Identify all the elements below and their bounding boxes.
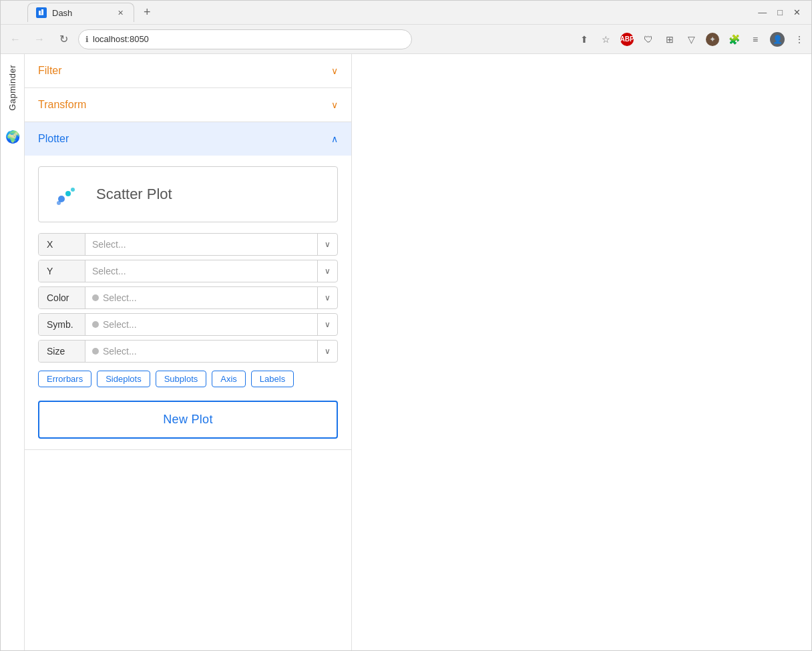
funnel-icon[interactable]: ▽ — [684, 33, 698, 46]
svg-rect-1 — [41, 9, 43, 15]
color-field-select[interactable]: Select... — [85, 287, 317, 308]
menu-icon[interactable]: ⋮ — [793, 33, 806, 46]
share-icon[interactable]: ⬆ — [578, 33, 591, 46]
page-content: Gapminder 🌍 Filter ∨ Transform ∨ — [1, 54, 811, 650]
symb-dot-icon — [92, 321, 99, 328]
url-display: localhost:8050 — [93, 34, 149, 44]
x-field-label: X — [39, 234, 85, 255]
filter-accordion: Filter ∨ — [25, 54, 351, 88]
color-dropdown-button[interactable]: ∨ — [317, 287, 337, 308]
maximize-button[interactable]: □ — [777, 7, 783, 17]
browser-window: Dash ✕ + — □ ✕ ← → ↻ ℹ localhost:8050 ⬆ … — [0, 0, 812, 651]
new-tab-button[interactable]: + — [137, 1, 158, 23]
sidebar-label: Gapminder — [5, 59, 20, 116]
tab-favicon — [36, 7, 47, 18]
errorbars-option[interactable]: Errorbars — [38, 371, 91, 387]
x-field-row: X Select... ∨ — [38, 233, 338, 256]
transform-accordion: Transform ∨ — [25, 88, 351, 122]
color-placeholder: Select... — [103, 292, 137, 303]
scatter-plot-card[interactable]: Scatter Plot — [38, 166, 338, 222]
color-dot-icon — [92, 294, 99, 301]
x-dropdown-button[interactable]: ∨ — [317, 234, 337, 255]
symb-field-label: Symb. — [39, 314, 85, 335]
bookmark-icon[interactable]: ☆ — [599, 33, 612, 46]
options-row: Errorbars Sideplots Subplots Axis Labels — [38, 371, 338, 387]
shield-icon[interactable]: 🛡 — [642, 33, 655, 46]
plotter-title: Plotter — [38, 133, 69, 145]
color-field-row: Color Select... ∨ — [38, 286, 338, 309]
size-dot-icon — [92, 348, 99, 355]
puzzle-icon[interactable]: ✦ — [706, 33, 719, 46]
windows-icon[interactable]: ⊞ — [663, 33, 676, 46]
back-button[interactable]: ← — [6, 30, 25, 49]
sidebar-tab: Gapminder 🌍 — [1, 54, 25, 650]
size-field-select[interactable]: Select... — [85, 341, 317, 362]
y-field-label: Y — [39, 260, 85, 282]
y-field-select[interactable]: Select... — [85, 260, 317, 282]
minimize-button[interactable]: — — [758, 7, 767, 17]
filter-title: Filter — [38, 65, 62, 77]
transform-title: Transform — [38, 99, 86, 111]
color-field-label: Color — [39, 287, 85, 308]
tab-close-button[interactable]: ✕ — [115, 7, 126, 18]
toolbar-icons: ⬆ ☆ ABP 🛡 ⊞ ▽ ✦ 🧩 ≡ 👤 ⋮ — [578, 32, 806, 47]
y-placeholder: Select... — [92, 266, 126, 276]
size-field-row: Size Select... ∨ — [38, 340, 338, 363]
svg-point-5 — [71, 188, 75, 192]
symb-field-select[interactable]: Select... — [85, 314, 317, 335]
x-field-select[interactable]: Select... — [85, 234, 317, 255]
window-controls: — □ ✕ — [753, 7, 806, 17]
profile-icon[interactable]: 👤 — [770, 32, 785, 47]
transform-header[interactable]: Transform ∨ — [25, 88, 351, 122]
title-bar: Dash ✕ + — □ ✕ — [1, 1, 811, 25]
scatter-plot-icon — [49, 178, 83, 211]
close-button[interactable]: ✕ — [793, 7, 801, 17]
labels-option[interactable]: Labels — [251, 371, 294, 387]
lock-icon: ℹ — [85, 35, 89, 44]
sideplots-option[interactable]: Sideplots — [97, 371, 150, 387]
symb-placeholder: Select... — [103, 319, 137, 330]
forward-button[interactable]: → — [30, 30, 49, 49]
plotter-chevron: ∧ — [331, 134, 338, 144]
y-field-row: Y Select... ∨ — [38, 260, 338, 282]
scatter-plot-title: Scatter Plot — [96, 186, 172, 203]
extension-icon[interactable]: 🧩 — [727, 33, 741, 46]
size-placeholder: Select... — [103, 346, 137, 357]
refresh-button[interactable]: ↻ — [54, 30, 73, 49]
x-placeholder: Select... — [92, 239, 126, 250]
address-bar-row: ← → ↻ ℹ localhost:8050 ⬆ ☆ ABP 🛡 ⊞ ▽ ✦ 🧩… — [1, 25, 811, 54]
symb-dropdown-button[interactable]: ∨ — [317, 314, 337, 335]
browser-tab[interactable]: Dash ✕ — [27, 3, 134, 22]
subplots-option[interactable]: Subplots — [156, 371, 207, 387]
svg-point-4 — [65, 191, 71, 196]
plotter-body: Scatter Plot X Select... ∨ — [25, 156, 351, 449]
plotter-accordion: Plotter ∧ Scatter Plot — [25, 122, 351, 450]
y-dropdown-button[interactable]: ∨ — [317, 260, 337, 282]
address-bar[interactable]: ℹ localhost:8050 — [78, 29, 412, 49]
size-field-label: Size — [39, 341, 85, 362]
globe-icon[interactable]: 🌍 — [5, 130, 20, 144]
new-plot-button[interactable]: New Plot — [38, 401, 338, 439]
filter-header[interactable]: Filter ∨ — [25, 54, 351, 87]
main-panel: Filter ∨ Transform ∨ Plotter ∧ — [25, 54, 352, 650]
svg-rect-2 — [39, 14, 43, 15]
tab-title: Dash — [52, 8, 72, 18]
filter-chevron: ∨ — [331, 65, 338, 76]
plotter-header[interactable]: Plotter ∧ — [25, 122, 351, 156]
axis-option[interactable]: Axis — [212, 371, 246, 387]
size-dropdown-button[interactable]: ∨ — [317, 341, 337, 362]
svg-point-6 — [57, 201, 61, 205]
tab-manager-icon[interactable]: ≡ — [749, 33, 762, 46]
abp-icon[interactable]: ABP — [620, 33, 634, 46]
transform-chevron: ∨ — [331, 99, 338, 110]
right-panel — [352, 54, 811, 650]
symb-field-row: Symb. Select... ∨ — [38, 313, 338, 336]
